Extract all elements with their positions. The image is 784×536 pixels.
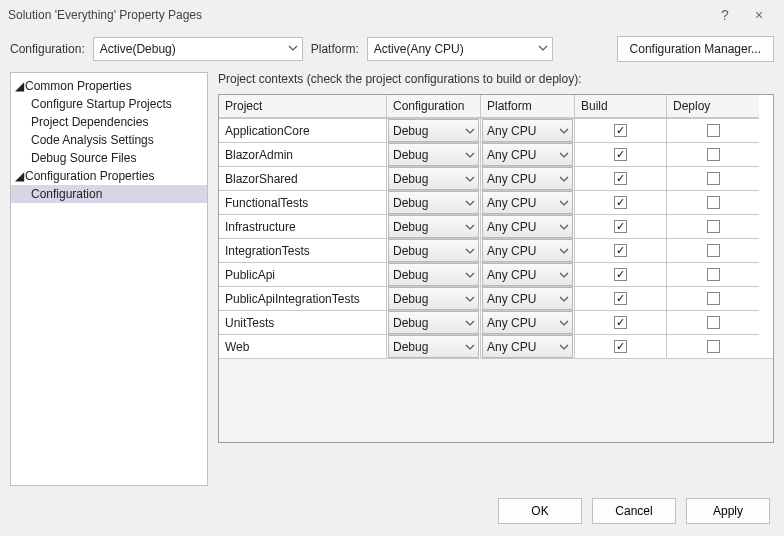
help-icon[interactable]: ? [708, 7, 742, 23]
project-name: PublicApi [219, 263, 386, 286]
deploy-checkbox[interactable] [707, 316, 720, 329]
platform-combo[interactable]: Any CPU [482, 287, 573, 310]
tree-item[interactable]: Code Analysis Settings [11, 131, 207, 149]
build-checkbox[interactable] [614, 268, 627, 281]
config-combo[interactable]: Debug [388, 143, 479, 166]
build-checkbox[interactable] [614, 148, 627, 161]
window-title: Solution 'Everything' Property Pages [8, 8, 708, 22]
chevron-down-icon [465, 293, 475, 307]
nav-tree: ◢ Common Properties Configure Startup Pr… [10, 72, 208, 486]
config-combo[interactable]: Debug [388, 287, 479, 310]
tree-common-properties[interactable]: ◢ Common Properties [11, 77, 207, 95]
expander-icon[interactable]: ◢ [15, 169, 25, 183]
col-configuration[interactable]: Configuration [387, 95, 481, 118]
chevron-down-icon [288, 42, 298, 56]
platform-combo[interactable]: Any CPU [482, 119, 573, 142]
expander-icon[interactable]: ◢ [15, 79, 25, 93]
project-name: BlazorAdmin [219, 143, 386, 166]
chevron-down-icon [559, 149, 569, 163]
platform-combo[interactable]: Any CPU [482, 215, 573, 238]
platform-combo[interactable]: Any CPU [482, 239, 573, 262]
chevron-down-icon [559, 197, 569, 211]
tree-item[interactable]: Configure Startup Projects [11, 95, 207, 113]
tree-item[interactable]: Project Dependencies [11, 113, 207, 131]
cancel-button[interactable]: Cancel [592, 498, 676, 524]
build-checkbox[interactable] [614, 316, 627, 329]
build-checkbox[interactable] [614, 292, 627, 305]
table-row: BlazorAdminDebugAny CPU [219, 142, 773, 166]
chevron-down-icon [465, 173, 475, 187]
chevron-down-icon [465, 149, 475, 163]
chevron-down-icon [559, 173, 569, 187]
grid-caption: Project contexts (check the project conf… [218, 72, 774, 86]
deploy-checkbox[interactable] [707, 148, 720, 161]
table-row: IntegrationTestsDebugAny CPU [219, 238, 773, 262]
platform-combo[interactable]: Any CPU [482, 167, 573, 190]
platform-combo[interactable]: Any CPU [482, 191, 573, 214]
col-build[interactable]: Build [575, 95, 667, 118]
project-name: Web [219, 335, 386, 358]
configuration-combo[interactable]: Active(Debug) [93, 37, 303, 61]
col-platform[interactable]: Platform [481, 95, 575, 118]
config-combo[interactable]: Debug [388, 215, 479, 238]
platform-combo[interactable]: Any CPU [482, 263, 573, 286]
platform-combo[interactable]: Active(Any CPU) [367, 37, 553, 61]
build-checkbox[interactable] [614, 172, 627, 185]
col-deploy[interactable]: Deploy [667, 95, 759, 118]
config-combo[interactable]: Debug [388, 263, 479, 286]
config-combo[interactable]: Debug [388, 311, 479, 334]
tree-item-configuration[interactable]: Configuration [11, 185, 207, 203]
table-row: UnitTestsDebugAny CPU [219, 310, 773, 334]
chevron-down-icon [465, 221, 475, 235]
project-name: PublicApiIntegrationTests [219, 287, 386, 310]
apply-button[interactable]: Apply [686, 498, 770, 524]
deploy-checkbox[interactable] [707, 244, 720, 257]
deploy-checkbox[interactable] [707, 268, 720, 281]
chevron-down-icon [559, 341, 569, 355]
platform-combo[interactable]: Any CPU [482, 335, 573, 358]
table-row: FunctionalTestsDebugAny CPU [219, 190, 773, 214]
project-name: Infrastructure [219, 215, 386, 238]
config-combo[interactable]: Debug [388, 167, 479, 190]
deploy-checkbox[interactable] [707, 172, 720, 185]
config-combo[interactable]: Debug [388, 119, 479, 142]
deploy-checkbox[interactable] [707, 292, 720, 305]
table-row: PublicApiDebugAny CPU [219, 262, 773, 286]
tree-configuration-properties[interactable]: ◢ Configuration Properties [11, 167, 207, 185]
build-checkbox[interactable] [614, 220, 627, 233]
chevron-down-icon [538, 42, 548, 56]
configuration-manager-button[interactable]: Configuration Manager... [617, 36, 774, 62]
build-checkbox[interactable] [614, 244, 627, 257]
configuration-value: Active(Debug) [100, 42, 176, 56]
config-combo[interactable]: Debug [388, 191, 479, 214]
chevron-down-icon [559, 269, 569, 283]
chevron-down-icon [465, 245, 475, 259]
platform-value: Active(Any CPU) [374, 42, 464, 56]
config-combo[interactable]: Debug [388, 335, 479, 358]
table-row: BlazorSharedDebugAny CPU [219, 166, 773, 190]
platform-combo[interactable]: Any CPU [482, 143, 573, 166]
tree-item[interactable]: Debug Source Files [11, 149, 207, 167]
deploy-checkbox[interactable] [707, 340, 720, 353]
deploy-checkbox[interactable] [707, 196, 720, 209]
project-contexts-grid: Project Configuration Platform Build Dep… [218, 94, 774, 443]
chevron-down-icon [559, 317, 569, 331]
config-combo[interactable]: Debug [388, 239, 479, 262]
build-checkbox[interactable] [614, 124, 627, 137]
grid-header-row: Project Configuration Platform Build Dep… [219, 95, 773, 118]
ok-button[interactable]: OK [498, 498, 582, 524]
configuration-label: Configuration: [10, 42, 85, 56]
col-project[interactable]: Project [219, 95, 387, 118]
platform-combo[interactable]: Any CPU [482, 311, 573, 334]
table-row: PublicApiIntegrationTestsDebugAny CPU [219, 286, 773, 310]
project-name: IntegrationTests [219, 239, 386, 262]
build-checkbox[interactable] [614, 340, 627, 353]
table-row: ApplicationCoreDebugAny CPU [219, 118, 773, 142]
build-checkbox[interactable] [614, 196, 627, 209]
chevron-down-icon [465, 341, 475, 355]
deploy-checkbox[interactable] [707, 124, 720, 137]
close-icon[interactable]: × [742, 7, 776, 23]
deploy-checkbox[interactable] [707, 220, 720, 233]
project-name: UnitTests [219, 311, 386, 334]
chevron-down-icon [559, 221, 569, 235]
